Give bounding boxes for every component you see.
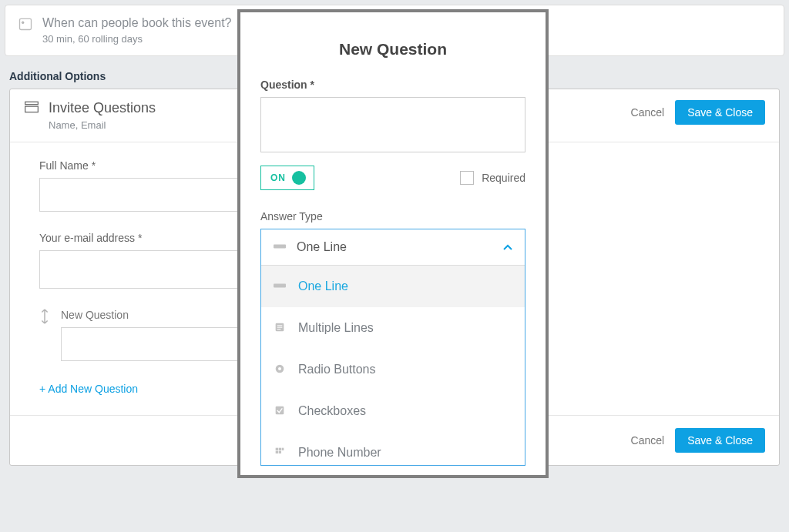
- radio-icon: [274, 363, 286, 376]
- option-phone-number[interactable]: Phone Number: [261, 432, 525, 465]
- save-close-button[interactable]: Save & Close: [675, 100, 765, 125]
- option-label: One Line: [298, 279, 348, 293]
- answer-type-label: Answer Type: [260, 210, 525, 223]
- chevron-up-icon: [503, 242, 512, 253]
- svg-rect-14: [279, 448, 281, 450]
- svg-point-11: [278, 367, 281, 370]
- svg-rect-9: [277, 329, 281, 330]
- booking-settings-title: When can people book this event?: [42, 16, 232, 30]
- svg-rect-13: [276, 448, 278, 450]
- svg-rect-17: [279, 451, 281, 453]
- svg-rect-2: [25, 102, 39, 104]
- question-field-label: Question *: [260, 79, 525, 91]
- option-one-line[interactable]: One Line: [261, 266, 525, 307]
- option-label: Radio Buttons: [298, 363, 376, 376]
- answer-type-options-list[interactable]: One Line Multiple Lines Radio Buttons: [261, 265, 525, 465]
- svg-point-1: [22, 22, 24, 23]
- cancel-button[interactable]: Cancel: [631, 106, 665, 119]
- svg-rect-5: [274, 284, 286, 288]
- multiple-lines-icon: [274, 321, 286, 335]
- new-question-modal: New Question Question * ON Required Answ…: [237, 9, 549, 478]
- svg-rect-7: [277, 325, 283, 326]
- form-icon: [24, 100, 39, 116]
- svg-rect-4: [274, 245, 286, 249]
- toggle-knob-icon: [292, 171, 306, 185]
- option-label: Phone Number: [298, 446, 381, 460]
- checkbox-icon: [274, 404, 286, 418]
- answer-type-select: One Line One Line Multiple Lines: [260, 229, 525, 466]
- phone-icon: [274, 446, 286, 460]
- required-label: Required: [482, 172, 525, 184]
- one-line-icon: [274, 279, 286, 293]
- one-line-icon: [274, 240, 286, 254]
- panel-subtitle: Name, Email: [49, 119, 156, 131]
- required-checkbox[interactable]: [460, 171, 474, 185]
- svg-rect-3: [25, 106, 39, 112]
- panel-title: Invitee Questions: [49, 100, 156, 116]
- footer-save-close-button[interactable]: Save & Close: [675, 428, 765, 453]
- selected-option-text: One Line: [297, 240, 347, 254]
- option-radio-buttons[interactable]: Radio Buttons: [261, 349, 525, 390]
- option-label: Multiple Lines: [298, 321, 374, 335]
- question-textarea[interactable]: [260, 97, 525, 152]
- svg-rect-16: [276, 451, 278, 453]
- svg-rect-15: [282, 448, 284, 450]
- drag-handle-icon[interactable]: [39, 309, 50, 326]
- svg-rect-12: [276, 407, 284, 415]
- booking-settings-subtitle: 30 min, 60 rolling days: [42, 33, 232, 45]
- option-label: Checkboxes: [298, 404, 366, 418]
- option-checkboxes[interactable]: Checkboxes: [261, 390, 525, 432]
- svg-rect-0: [20, 18, 32, 29]
- calendar-icon: [18, 16, 33, 34]
- option-multiple-lines[interactable]: Multiple Lines: [261, 307, 525, 349]
- modal-title: New Question: [260, 40, 525, 59]
- svg-rect-8: [277, 327, 283, 328]
- active-toggle[interactable]: ON: [260, 166, 314, 190]
- toggle-label: ON: [270, 172, 286, 183]
- footer-cancel-button[interactable]: Cancel: [631, 434, 665, 447]
- answer-type-selected[interactable]: One Line: [261, 229, 525, 265]
